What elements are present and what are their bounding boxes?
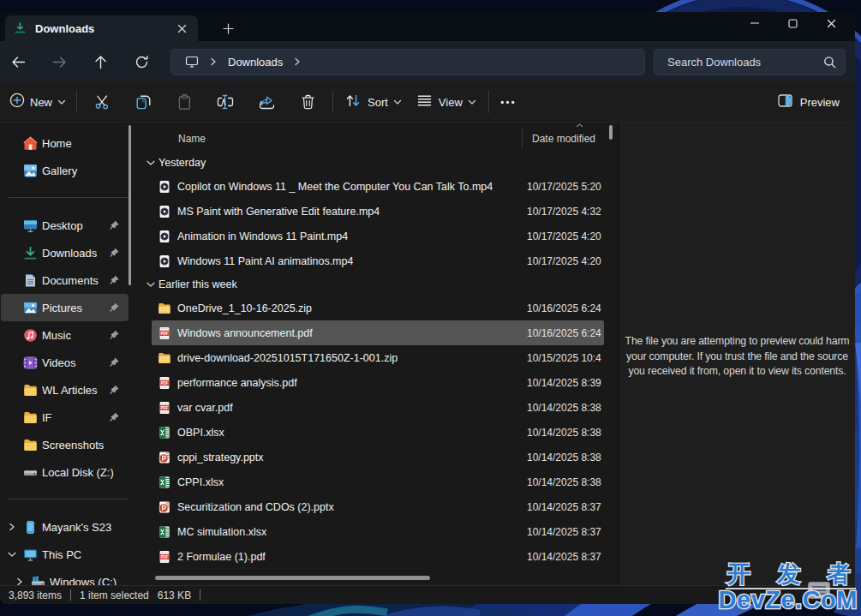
sidebar-item-desktop[interactable]: Desktop	[1, 212, 129, 239]
pptx-file-icon	[158, 451, 171, 464]
new-tab-button[interactable]	[216, 17, 240, 39]
cut-button[interactable]	[85, 88, 119, 116]
pictures-icon	[23, 301, 38, 315]
file-row-windows-11-paint-ai-animatinos-mp4[interactable]: Windows 11 Paint AI animatinos.mp410/17/…	[141, 248, 604, 273]
file-date-modified: 10/14/2025 8:37	[527, 526, 601, 538]
sidebar-item-local-disk-z-[interactable]: Local Disk (Z:)	[1, 458, 129, 486]
group-header-earlier-this-week[interactable]: Earlier this week	[141, 273, 604, 296]
file-row-animation-in-windows-11-paint-mp4[interactable]: Animation in Windows 11 Paint.mp410/17/2…	[141, 224, 604, 248]
file-name: Windows announcement.pdf	[177, 327, 313, 339]
videos-icon	[23, 356, 38, 370]
pdf-file-icon: PDF	[158, 376, 171, 390]
toolbar-separator	[76, 91, 77, 113]
view-button[interactable]: View	[411, 88, 482, 116]
watermark-underline	[726, 588, 856, 589]
sidebar-item-gallery[interactable]: Gallery	[1, 157, 129, 184]
pin-icon	[109, 357, 119, 368]
chevron-down-icon[interactable]	[1, 552, 23, 557]
file-date-modified: 10/16/2025 6:24	[527, 302, 601, 314]
sidebar-item-if[interactable]: IF	[1, 404, 129, 431]
phone-icon	[23, 520, 38, 535]
chevron-down-icon	[393, 99, 402, 105]
maximize-button[interactable]	[774, 12, 812, 28]
file-row-cppi-strategy-pptx[interactable]: cppi_strategy.pptx10/14/2025 8:38	[141, 445, 604, 469]
watermark-line2: DevZe.CoM	[719, 588, 858, 613]
forward-button[interactable]	[45, 47, 74, 76]
items-count: 3,893 items	[9, 589, 62, 601]
file-name: Animation in Windows 11 Paint.mp4	[177, 230, 348, 242]
column-header-name[interactable]: Name	[178, 133, 206, 145]
file-date-modified: 10/15/2025 10:47	[527, 352, 601, 364]
svg-text:PDF: PDF	[160, 331, 168, 335]
file-date-modified: 10/17/2025 4:20	[527, 255, 601, 267]
file-row-2-formulae-1-pdf[interactable]: PDF2 Formulae (1).pdf10/14/2025 8:37	[141, 544, 604, 569]
file-list-horizontal-scrollbar[interactable]	[155, 576, 430, 580]
sidebar-item-mayank-s-s23[interactable]: Mayank's S23	[1, 513, 129, 541]
address-bar[interactable]: Downloads	[170, 49, 645, 75]
sidebar-item-downloads[interactable]: Downloads	[1, 239, 129, 266]
chevron-down-icon[interactable]	[145, 282, 157, 287]
chevron-right-icon[interactable]	[210, 57, 217, 66]
file-row-windows-announcement-pdf[interactable]: PDFWindows announcement.pdf10/16/2025 6:…	[152, 320, 604, 345]
file-name: performance analysis.pdf	[177, 377, 297, 389]
sidebar-scrollbar[interactable]	[129, 125, 131, 285]
rename-button[interactable]	[208, 88, 242, 116]
delete-button[interactable]	[290, 88, 325, 116]
tab-close-button[interactable]	[172, 20, 191, 39]
file-row-cppi-xlsx[interactable]: CPPI.xlsx10/14/2025 8:38	[141, 469, 604, 494]
column-divider[interactable]	[522, 129, 523, 148]
copy-button[interactable]	[126, 88, 160, 116]
zip-file-icon	[158, 351, 171, 365]
chevron-right-icon[interactable]	[9, 577, 31, 585]
sidebar-item-screenshots[interactable]: Screenshots	[1, 431, 129, 458]
preview-button-label: Preview	[800, 96, 840, 109]
group-header-yesterday[interactable]: Yesterday	[141, 152, 604, 174]
sidebar-item-this-pc[interactable]: This PC	[1, 541, 129, 568]
breadcrumb-downloads[interactable]: Downloads	[224, 56, 286, 69]
sort-button[interactable]: Sort	[339, 88, 408, 116]
sort-ascending-icon	[576, 123, 583, 128]
tab-downloads[interactable]: Downloads	[5, 15, 198, 42]
chevron-right-icon[interactable]	[1, 523, 23, 531]
sidebar-item-wl-articles[interactable]: WL Articles	[1, 376, 129, 404]
file-row-securitization-and-cdos-2-pptx[interactable]: Securitization and CDOs (2).pptx10/14/20…	[141, 494, 604, 519]
sidebar-item-pictures[interactable]: Pictures	[1, 294, 129, 321]
more-options-button[interactable]	[491, 88, 525, 116]
file-row-obpi-xlsx[interactable]: OBPI.xlsx10/14/2025 8:38	[141, 420, 604, 445]
back-button[interactable]	[3, 47, 33, 76]
share-button[interactable]	[249, 88, 284, 116]
up-button[interactable]	[86, 47, 115, 76]
sidebar-item-documents[interactable]: Documents	[1, 266, 129, 294]
drive-icon	[23, 465, 38, 480]
sidebar-item-label: Gallery	[42, 164, 129, 177]
file-row-mc-simulation-xlsx[interactable]: MC simulation.xlsx10/14/2025 8:37	[141, 519, 604, 544]
sidebar-item-windows-c-[interactable]: Windows (C:)	[1, 568, 129, 585]
file-row-drive-download-20251015t171650z-1-001-zi[interactable]: drive-download-20251015T171650Z-1-001.zi…	[141, 345, 604, 370]
media-file-icon	[158, 180, 171, 194]
new-button[interactable]: New	[3, 88, 72, 116]
file-row-performance-analysis-pdf[interactable]: PDFperformance analysis.pdf10/14/2025 8:…	[141, 370, 604, 395]
preview-toggle-button[interactable]: Preview	[769, 88, 848, 116]
file-list-vertical-scrollbar[interactable]	[609, 125, 613, 140]
file-row-copilot-on-windows-11-meet-the-computer-[interactable]: Copilot on Windows 11 _ Meet the Compute…	[141, 174, 604, 199]
file-row-var-cvar-pdf[interactable]: PDFvar cvar.pdf10/14/2025 8:38	[141, 395, 604, 420]
sidebar-item-home[interactable]: Home	[1, 129, 129, 157]
search-icon[interactable]	[823, 56, 836, 69]
paste-button[interactable]	[167, 88, 201, 116]
navigation-bar: Downloads Search Downloads	[0, 41, 855, 82]
svg-text:PDF: PDF	[160, 554, 168, 559]
file-row-ms-paint-with-generative-edit-feature-mp[interactable]: MS Paint with Generative Edit feature.mp…	[141, 199, 604, 224]
sidebar-item-music[interactable]: Music	[1, 321, 129, 349]
file-row-onedrive-1-10-16-2025-zip[interactable]: OneDrive_1_10-16-2025.zip10/16/2025 6:24	[141, 296, 604, 320]
sidebar-item-videos[interactable]: Videos	[1, 349, 129, 376]
search-box[interactable]: Search Downloads	[654, 49, 846, 75]
new-plus-icon	[9, 93, 25, 111]
chevron-down-icon[interactable]	[145, 160, 157, 165]
column-header-date-modified[interactable]: Date modified	[532, 133, 595, 145]
pdf-file-icon: PDF	[158, 326, 171, 340]
chevron-right-icon[interactable]	[294, 57, 301, 66]
refresh-button[interactable]	[127, 47, 156, 76]
minimize-button[interactable]	[735, 12, 774, 28]
group-label: Earlier this week	[158, 278, 237, 290]
close-button[interactable]	[812, 12, 851, 28]
